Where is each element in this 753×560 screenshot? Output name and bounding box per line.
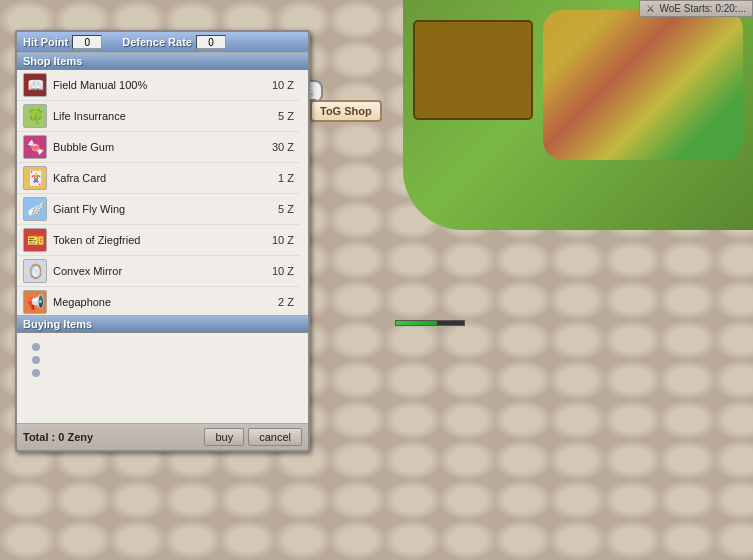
list-item[interactable]: 🍬Bubble Gum30 Z — [17, 132, 300, 163]
buying-slot-3 — [32, 369, 40, 377]
items-list[interactable]: 📖Field Manual 100%10 Z🍀Life Insurrance5 … — [17, 70, 308, 315]
shop-dialog: Hit Point Defence Rate Shop Items 📖Field… — [15, 30, 310, 452]
item-icon: 📢 — [23, 290, 47, 314]
item-icon: 🍀 — [23, 104, 47, 128]
item-icon: 🪽 — [23, 197, 47, 221]
health-bar-fill — [396, 321, 437, 325]
item-price: 10 Z — [272, 79, 294, 91]
item-name: Bubble Gum — [53, 141, 266, 153]
list-item[interactable]: 🍀Life Insurrance5 Z — [17, 101, 300, 132]
item-price: 10 Z — [272, 265, 294, 277]
health-bar-container — [395, 320, 465, 326]
item-icon: 🎫 — [23, 228, 47, 252]
item-price: 1 Z — [278, 172, 294, 184]
list-item[interactable]: 🃏Kafra Card1 Z — [17, 163, 300, 194]
buying-slot-1 — [32, 343, 40, 351]
item-price: 2 Z — [278, 296, 294, 308]
list-item[interactable]: 🪽Giant Fly Wing5 Z — [17, 194, 300, 225]
buy-button[interactable]: buy — [204, 428, 244, 446]
item-name: Megaphone — [53, 296, 272, 308]
defence-value[interactable] — [196, 35, 226, 49]
shop-items-label: Shop Items — [17, 52, 308, 70]
footer-buttons: buy cancel — [204, 428, 302, 446]
buying-slot-2 — [32, 356, 40, 364]
total-display: Total : 0 Zeny — [23, 431, 93, 443]
item-icon: 🪞 — [23, 259, 47, 283]
list-item[interactable]: 📖Field Manual 100%10 Z — [17, 70, 300, 101]
cancel-button[interactable]: cancel — [248, 428, 302, 446]
items-list-container: 📖Field Manual 100%10 Z🍀Life Insurrance5 … — [17, 70, 308, 315]
item-name: Convex Mirror — [53, 265, 266, 277]
shop-footer: Total : 0 Zeny buy cancel — [17, 423, 308, 450]
hp-value[interactable] — [72, 35, 102, 49]
list-item[interactable]: 📢Megaphone2 Z — [17, 287, 300, 315]
buying-items-label: Buying Items — [17, 315, 308, 333]
hp-section: Hit Point — [23, 35, 102, 49]
shop-sign-text: ToG Shop — [320, 105, 372, 117]
item-icon: 📖 — [23, 73, 47, 97]
buying-section — [17, 333, 308, 423]
item-price: 5 Z — [278, 110, 294, 122]
item-name: Life Insurrance — [53, 110, 272, 122]
item-price: 5 Z — [278, 203, 294, 215]
item-name: Giant Fly Wing — [53, 203, 272, 215]
shop-header: Hit Point Defence Rate — [17, 32, 308, 52]
shop-sign: ToG Shop — [310, 100, 382, 122]
item-price: 10 Z — [272, 234, 294, 246]
list-item[interactable]: 🎫Token of Ziegfried10 Z — [17, 225, 300, 256]
item-price: 30 Z — [272, 141, 294, 153]
woe-icon: ⚔ — [646, 3, 655, 14]
woe-status-bar: ⚔ WoE Starts: 0:20:... — [639, 0, 753, 17]
hp-label: Hit Point — [23, 36, 68, 48]
defence-label: Defence Rate — [122, 36, 192, 48]
item-name: Field Manual 100% — [53, 79, 266, 91]
list-item[interactable]: 🪞Convex Mirror10 Z — [17, 256, 300, 287]
item-name: Kafra Card — [53, 172, 272, 184]
item-icon: 🃏 — [23, 166, 47, 190]
woe-label: WoE Starts: 0:20:... — [659, 3, 746, 14]
item-name: Token of Ziegfried — [53, 234, 266, 246]
item-icon: 🍬 — [23, 135, 47, 159]
flower-patch — [543, 10, 743, 160]
defence-section: Defence Rate — [122, 35, 226, 49]
building-structure — [413, 20, 533, 120]
